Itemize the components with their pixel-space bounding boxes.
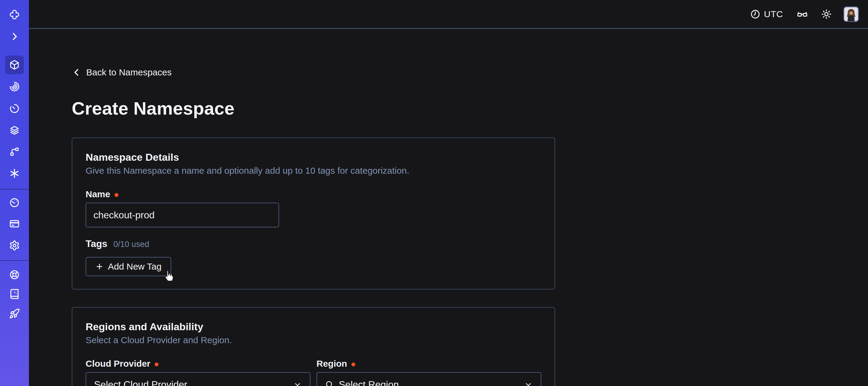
temporal-logo-icon[interactable] (9, 9, 20, 20)
add-new-tag-label: Add New Tag (108, 262, 161, 272)
cloud-provider-placeholder: Select Cloud Provider (94, 379, 187, 386)
sidebar-divider (0, 260, 29, 261)
sidebar-item-schedules-timer-icon[interactable] (9, 103, 20, 114)
tags-used-counter: 0/10 used (113, 240, 149, 249)
required-dot (351, 362, 355, 366)
add-new-tag-button[interactable]: Add New Tag (86, 257, 171, 276)
region-placeholder: Select Region (339, 379, 399, 386)
user-avatar[interactable] (843, 6, 859, 22)
plus-icon (95, 262, 104, 271)
sidebar-item-usage-gauge-icon[interactable] (9, 197, 20, 208)
sidebar-item-namespaces-cube-icon[interactable] (9, 59, 20, 70)
cloud-provider-select[interactable]: Select Cloud Provider (86, 372, 310, 386)
sidebar-item-workers-branch-icon[interactable] (9, 146, 20, 157)
region-field: Region Select Region (316, 346, 541, 386)
sidebar-item-docs-book-icon[interactable] (9, 289, 20, 299)
card-subtitle: Select a Cloud Provider and Region. (86, 334, 541, 346)
sidebar-item-billing-card-icon[interactable] (9, 218, 20, 229)
sidebar-item-support-lifebuoy-icon[interactable] (9, 269, 20, 280)
name-label: Name (86, 189, 110, 200)
cloud-provider-field: Cloud Provider Select Cloud Provider (86, 346, 310, 386)
search-icon (325, 380, 334, 386)
sidebar-item-nexus-asterisk-icon[interactable] (9, 168, 20, 179)
back-link-label: Back to Namespaces (86, 66, 172, 79)
theme-toggle-sun-icon[interactable] (821, 9, 832, 20)
timezone-selector[interactable]: UTC (750, 9, 783, 19)
name-label-row: Name (86, 189, 541, 200)
timezone-label: UTC (764, 9, 783, 19)
cloud-provider-label: Cloud Provider (86, 358, 150, 369)
page-title: Create Namespace (72, 99, 555, 118)
card-title: Regions and Availability (86, 320, 541, 333)
topbar: UTC (29, 0, 868, 29)
sidebar-item-getting-started-rocket-icon[interactable] (9, 308, 20, 319)
cloud-provider-label-row: Cloud Provider (86, 358, 310, 369)
sidebar-expand-chevron-right-icon[interactable] (9, 31, 20, 42)
namespace-name-input[interactable] (86, 203, 279, 227)
sidebar-item-deployments-layers-icon[interactable] (9, 125, 20, 136)
sidebar-item-workflows-spiral-icon[interactable] (9, 81, 20, 92)
back-to-namespaces-link[interactable]: Back to Namespaces (72, 66, 172, 79)
required-dot (155, 362, 158, 366)
region-select[interactable]: Select Region (316, 372, 541, 386)
sidebar-divider (0, 189, 29, 190)
tags-label-row: Tags 0/10 used (86, 238, 541, 250)
glasses-icon[interactable] (797, 9, 808, 20)
card-subtitle: Give this Namespace a name and optionall… (86, 165, 541, 177)
sidebar (0, 0, 29, 386)
chevron-left-icon (72, 67, 82, 77)
region-label-row: Region (316, 358, 541, 369)
main-content: Back to Namespaces Create Namespace Name… (29, 29, 868, 386)
tags-label: Tags (86, 238, 107, 250)
chevron-down-icon (524, 380, 533, 386)
region-label: Region (316, 358, 347, 369)
card-title: Namespace Details (86, 151, 541, 164)
clock-icon (750, 9, 761, 19)
regions-availability-card: Regions and Availability Select a Cloud … (72, 307, 555, 386)
sidebar-item-settings-gear-icon[interactable] (9, 240, 20, 251)
required-dot (115, 193, 119, 197)
namespace-details-card: Namespace Details Give this Namespace a … (72, 138, 555, 290)
chevron-down-icon (293, 380, 302, 386)
